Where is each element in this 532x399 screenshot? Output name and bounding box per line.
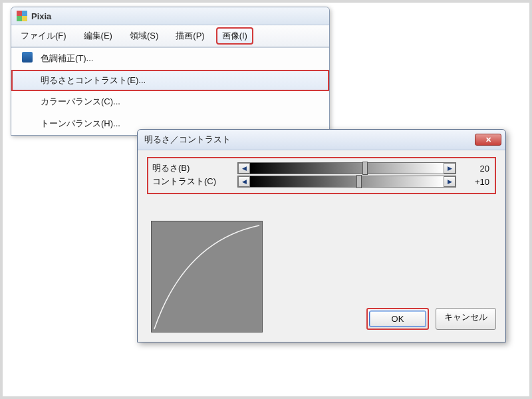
menu-region[interactable]: 領域(S) — [124, 28, 164, 44]
triangle-left-icon: ◀ — [242, 178, 247, 185]
menu-draw[interactable]: 描画(P) — [170, 28, 209, 44]
menu-edit[interactable]: 編集(E) — [78, 28, 118, 44]
menu-item-label: 明るさとコントラスト(E)... — [41, 75, 146, 85]
contrast-label: コントラスト(C) — [152, 176, 232, 188]
menu-item-label: カラーバランス(C)... — [41, 96, 120, 106]
dialog-buttons: OK キャンセル — [366, 308, 496, 332]
cancel-button[interactable]: キャンセル — [436, 308, 496, 330]
svg-rect-0 — [17, 11, 22, 16]
triangle-right-icon: ▶ — [448, 178, 452, 185]
menu-image[interactable]: 画像(I) — [217, 28, 253, 44]
close-icon: ✕ — [485, 136, 491, 144]
contrast-slider: ◀ ▶ — [237, 176, 456, 188]
contrast-value: +10 — [462, 177, 491, 187]
menu-file[interactable]: ファイル(F) — [15, 28, 72, 44]
brightness-decrease-button[interactable]: ◀ — [238, 163, 250, 174]
app-icon — [17, 11, 27, 21]
brightness-value: 20 — [462, 164, 491, 174]
menu-item-label: トーンバランス(H)... — [41, 118, 120, 128]
dialog-lower-area: OK キャンセル — [147, 221, 496, 332]
menu-item-tone-correction[interactable]: 色調補正(T)... — [11, 48, 329, 70]
contrast-decrease-button[interactable]: ◀ — [238, 176, 250, 187]
svg-rect-3 — [22, 16, 27, 21]
app-title: Pixia — [31, 11, 51, 21]
menu-item-brightness-contrast[interactable]: 明るさとコントラスト(E)... — [11, 70, 329, 91]
menu-bar: ファイル(F) 編集(E) 領域(S) 描画(P) 画像(I) — [11, 25, 329, 47]
slider-group: 明るさ(B) ◀ ▶ 20 コントラスト(C) — [147, 157, 496, 194]
image-menu-dropdown: 色調補正(T)... 明るさとコントラスト(E)... カラーバランス(C)..… — [11, 47, 329, 135]
title-bar: Pixia — [11, 7, 329, 25]
brightness-row: 明るさ(B) ◀ ▶ 20 — [152, 162, 491, 174]
ok-button-highlight: OK — [366, 308, 429, 330]
dialog-body: 明るさ(B) ◀ ▶ 20 コントラスト(C) — [138, 150, 505, 342]
main-window: Pixia ファイル(F) 編集(E) 領域(S) 描画(P) 画像(I) 色調… — [11, 7, 330, 136]
ok-button[interactable]: OK — [369, 311, 426, 327]
close-button[interactable]: ✕ — [475, 134, 501, 146]
dialog-title: 明るさ／コントラスト — [144, 134, 231, 146]
brightness-label: 明るさ(B) — [152, 162, 232, 174]
ok-button-label: OK — [392, 314, 404, 324]
brightness-track[interactable] — [250, 163, 444, 174]
contrast-increase-button[interactable]: ▶ — [444, 176, 456, 187]
svg-rect-2 — [17, 16, 22, 21]
curve-preview — [151, 221, 263, 332]
cancel-button-label: キャンセル — [444, 312, 487, 322]
contrast-row: コントラスト(C) ◀ ▶ +10 — [152, 176, 491, 188]
brightness-increase-button[interactable]: ▶ — [444, 163, 456, 174]
svg-rect-1 — [22, 11, 27, 16]
contrast-track[interactable] — [250, 176, 444, 187]
dialog-title-bar: 明るさ／コントラスト ✕ — [138, 130, 505, 150]
triangle-right-icon: ▶ — [448, 165, 452, 172]
menu-item-label: 色調補正(T)... — [41, 53, 93, 63]
triangle-left-icon: ◀ — [242, 165, 247, 172]
screenshot-container: Pixia ファイル(F) 編集(E) 領域(S) 描画(P) 画像(I) 色調… — [0, 0, 532, 399]
brightness-contrast-dialog: 明るさ／コントラスト ✕ 明るさ(B) ◀ ▶ — [137, 129, 506, 342]
brightness-slider: ◀ ▶ — [237, 162, 456, 174]
menu-item-color-balance[interactable]: カラーバランス(C)... — [11, 91, 329, 113]
